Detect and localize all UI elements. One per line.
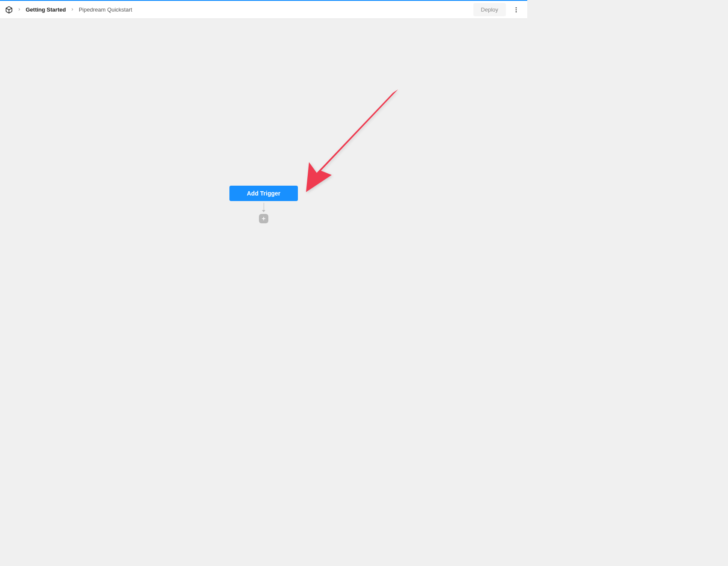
step-connector [259,203,268,223]
annotation-arrow-icon [300,85,411,196]
more-vertical-icon [513,6,520,13]
header: Getting Started Pipedream Quickstart Dep… [0,1,527,19]
breadcrumb-workflow[interactable]: Pipedream Quickstart [79,6,132,13]
more-menu-button[interactable] [510,4,522,16]
plus-icon [261,216,266,221]
add-trigger-button[interactable]: Add Trigger [229,186,298,201]
breadcrumb: Getting Started Pipedream Quickstart [5,6,132,14]
breadcrumb-project[interactable]: Getting Started [26,6,66,13]
svg-point-2 [516,9,517,10]
svg-point-1 [516,7,517,9]
svg-point-3 [516,11,517,12]
workflow-canvas[interactable]: Add Trigger [0,19,527,410]
cube-logo-icon[interactable] [5,6,13,14]
chevron-right-icon [70,7,74,13]
add-step-button[interactable] [259,214,268,223]
connector-line [264,203,264,210]
chevron-right-icon [17,7,21,13]
deploy-button[interactable]: Deploy [473,3,506,16]
header-actions: Deploy [473,3,522,16]
